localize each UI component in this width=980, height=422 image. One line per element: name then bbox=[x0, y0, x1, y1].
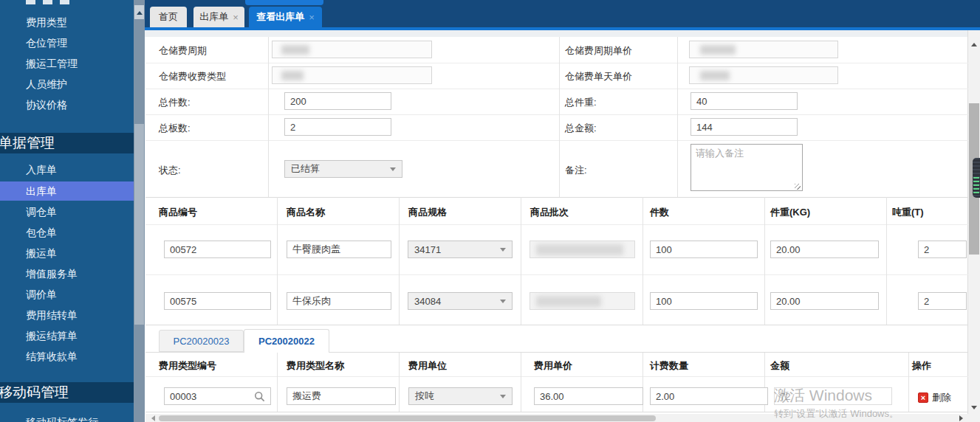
product-code-field[interactable] bbox=[164, 241, 271, 258]
fee-type-name-field[interactable] bbox=[287, 387, 396, 405]
product-code-field[interactable] bbox=[164, 292, 271, 310]
fee-tab-pc20020022[interactable]: PC20020022 bbox=[244, 329, 329, 353]
delete-row-button[interactable]: × 删除 bbox=[918, 391, 951, 404]
product-name-field[interactable] bbox=[287, 241, 391, 258]
scroll-up-icon[interactable] bbox=[971, 40, 977, 46]
tab-outbound-order[interactable]: 出库单 × bbox=[193, 7, 244, 27]
divider bbox=[145, 89, 968, 89]
content-top-strip bbox=[145, 30, 968, 37]
close-icon[interactable]: × bbox=[309, 12, 315, 23]
total-pieces-label: 总件数: bbox=[159, 96, 191, 109]
close-icon[interactable]: × bbox=[233, 12, 239, 23]
storage-fee-day-price-label: 仓储费单天单价 bbox=[565, 70, 632, 83]
piece-count-field[interactable] bbox=[650, 292, 758, 310]
scroll-down-icon[interactable] bbox=[971, 406, 977, 412]
sidebar-item-outbound-order[interactable]: 出库单 bbox=[0, 181, 134, 201]
col-header-product-batch: 商品批次 bbox=[530, 206, 569, 219]
col-header-fee-price: 费用单价 bbox=[534, 359, 572, 373]
tab-view-outbound-order[interactable]: 查看出库单 × bbox=[249, 7, 322, 27]
sidebar-item-porter-mgmt[interactable]: 搬运工管理 bbox=[26, 55, 78, 72]
status-select[interactable]: 已结算 bbox=[284, 160, 402, 178]
sidebar-section-mobile-code[interactable]: 移动码管理 bbox=[0, 382, 134, 403]
remark-textarea[interactable] bbox=[691, 144, 803, 191]
redacted-value bbox=[536, 244, 623, 255]
storage-fee-cycle-field[interactable] bbox=[272, 41, 432, 58]
total-pieces-field[interactable] bbox=[284, 92, 391, 110]
scroll-right-icon[interactable] bbox=[959, 415, 966, 421]
sidebar-item-mobile-code-label[interactable]: 移动码标签发行 bbox=[26, 414, 98, 422]
sidebar-item-agreement-price[interactable]: 协议价格 bbox=[26, 97, 67, 113]
divider bbox=[908, 352, 909, 412]
sidebar-item-inbound-order[interactable]: 入库单 bbox=[26, 162, 57, 178]
clipped-toolbar-button[interactable] bbox=[245, 0, 323, 5]
edge-overlay-widget[interactable] bbox=[973, 158, 980, 198]
tab-home-label: 首页 bbox=[159, 10, 178, 24]
col-header-amount: 金额 bbox=[770, 359, 789, 373]
fee-price-field[interactable] bbox=[534, 387, 643, 405]
sidebar-item-fee-type[interactable]: 费用类型 bbox=[26, 14, 67, 30]
piece-weight-field[interactable] bbox=[770, 241, 879, 258]
redacted-value bbox=[536, 296, 601, 307]
search-icon[interactable] bbox=[254, 391, 265, 402]
storage-fee-cycle-price-label: 仓储费周期单价 bbox=[565, 44, 632, 58]
divider bbox=[677, 37, 678, 197]
sidebar-item-clipped[interactable] bbox=[26, 0, 72, 4]
sidebar: 费用类型 仓位管理 搬运工管理 人员维护 协议价格 单据管理 入库单 出库单 调… bbox=[0, 0, 134, 422]
storage-fee-charge-type-field[interactable] bbox=[272, 66, 432, 84]
divider bbox=[521, 197, 521, 325]
product-batch-field[interactable] bbox=[530, 241, 635, 258]
resize-handle-icon[interactable] bbox=[795, 184, 801, 190]
product-spec-select[interactable]: 34084 bbox=[408, 292, 513, 310]
sidebar-scroll-up-button[interactable] bbox=[134, 5, 144, 19]
chevron-down-icon bbox=[500, 395, 506, 401]
divider bbox=[559, 37, 560, 197]
fee-qty-field[interactable] bbox=[650, 387, 768, 405]
windows-activation-watermark-sub: 转到“设置”以激活 Windows。 bbox=[774, 407, 899, 421]
ton-weight-field[interactable] bbox=[918, 292, 967, 310]
divider bbox=[145, 63, 968, 63]
storage-fee-cycle-price-field[interactable] bbox=[689, 41, 838, 58]
storage-fee-day-price-field[interactable] bbox=[689, 66, 838, 84]
sidebar-item-fee-carryover-order[interactable]: 费用结转单 bbox=[26, 307, 78, 323]
tab-home[interactable]: 首页 bbox=[150, 7, 187, 27]
divider bbox=[399, 352, 400, 412]
scroll-left-icon[interactable] bbox=[148, 415, 155, 421]
total-weight-label: 总件重: bbox=[565, 96, 597, 109]
piece-weight-field[interactable] bbox=[770, 292, 879, 310]
sidebar-item-personnel[interactable]: 人员维护 bbox=[26, 76, 67, 92]
sidebar-item-price-adjust-order[interactable]: 调价单 bbox=[26, 286, 57, 302]
sidebar-item-settlement-receipt[interactable]: 结算收款单 bbox=[26, 348, 78, 364]
sidebar-scrollbar-thumb[interactable] bbox=[134, 124, 144, 325]
chevron-down-icon bbox=[500, 248, 506, 255]
sidebar-item-warehouse-position[interactable]: 仓位管理 bbox=[26, 35, 67, 51]
sidebar-section-documents[interactable]: 单据管理 bbox=[0, 133, 134, 153]
horizontal-scrollbar-thumb[interactable] bbox=[159, 415, 656, 421]
status-select-value: 已结算 bbox=[291, 162, 320, 176]
col-header-piece-count: 件数 bbox=[650, 206, 669, 219]
product-spec-select[interactable]: 34171 bbox=[408, 241, 513, 258]
sidebar-item-charter-order[interactable]: 包仓单 bbox=[26, 224, 57, 241]
ton-weight-field[interactable] bbox=[918, 241, 967, 258]
fee-tab-label: PC20020022 bbox=[258, 336, 315, 347]
sidebar-item-transfer-order[interactable]: 调仓单 bbox=[26, 204, 57, 220]
redacted-value bbox=[700, 71, 730, 80]
col-header-product-name: 商品名称 bbox=[287, 206, 325, 219]
sidebar-item-value-added-order[interactable]: 增值服务单 bbox=[26, 266, 78, 282]
widget-level-bars bbox=[973, 177, 979, 195]
product-name-field[interactable] bbox=[287, 292, 391, 310]
divider bbox=[145, 376, 968, 377]
divider bbox=[268, 37, 269, 197]
fee-unit-select[interactable]: 按吨 bbox=[408, 387, 513, 405]
sidebar-item-handling-order[interactable]: 搬运单 bbox=[26, 245, 57, 261]
divider bbox=[399, 197, 400, 325]
fee-tab-pc20020023[interactable]: PC20020023 bbox=[159, 330, 244, 352]
total-amount-field[interactable] bbox=[691, 118, 798, 136]
piece-count-field[interactable] bbox=[650, 241, 758, 258]
product-batch-field[interactable] bbox=[530, 292, 635, 310]
sidebar-item-handling-settlement[interactable]: 搬运结算单 bbox=[26, 328, 78, 344]
total-amount-label: 总金额: bbox=[565, 122, 597, 135]
total-weight-field[interactable] bbox=[691, 92, 798, 110]
col-header-piece-weight: 件重(KG) bbox=[770, 206, 810, 219]
total-boards-field[interactable] bbox=[284, 118, 391, 136]
divider bbox=[145, 114, 968, 115]
